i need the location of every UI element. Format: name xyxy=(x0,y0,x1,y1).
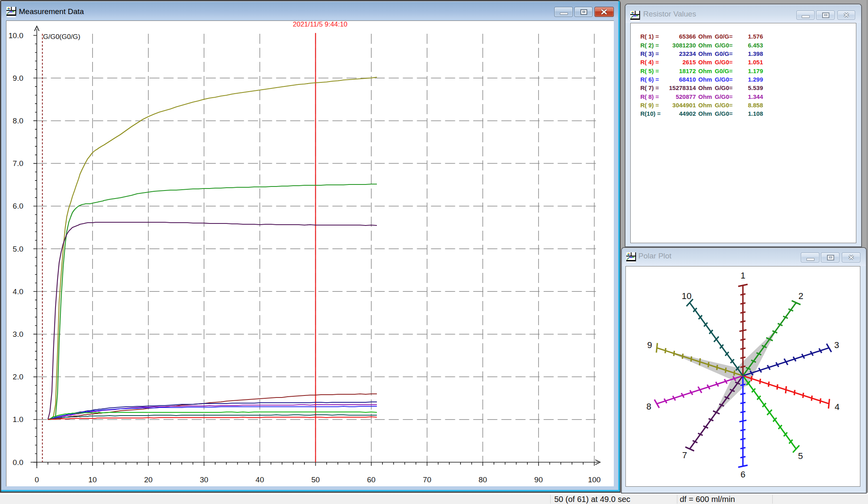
svg-text:6.453: 6.453 xyxy=(748,42,763,49)
svg-text:1.0: 1.0 xyxy=(13,415,23,424)
svg-text:1.299: 1.299 xyxy=(748,76,763,83)
svg-text:R(10) =: R(10) = xyxy=(640,110,661,117)
svg-text:1.051: 1.051 xyxy=(748,59,763,66)
svg-text:2021/11/5 9:44:10: 2021/11/5 9:44:10 xyxy=(293,21,348,28)
svg-text:10.0: 10.0 xyxy=(8,31,23,40)
svg-text:Ohm: Ohm xyxy=(698,102,712,109)
svg-text:2615: 2615 xyxy=(683,59,696,66)
svg-text:1.179: 1.179 xyxy=(748,68,763,74)
svg-text:Ohm: Ohm xyxy=(698,42,712,49)
svg-text:R( 4) =: R( 4) = xyxy=(640,59,659,66)
svg-text:Ohm: Ohm xyxy=(698,84,712,91)
svg-text:Ohm: Ohm xyxy=(698,50,712,57)
svg-text:Ohm: Ohm xyxy=(698,33,712,40)
svg-text:44902: 44902 xyxy=(679,110,696,117)
svg-text:70: 70 xyxy=(423,475,431,484)
svg-text:6.0: 6.0 xyxy=(13,202,23,210)
svg-text:G/G0=: G/G0= xyxy=(715,59,733,66)
svg-text:3081230: 3081230 xyxy=(673,42,696,49)
svg-text:10: 10 xyxy=(88,475,97,484)
svg-text:90: 90 xyxy=(534,475,543,484)
svg-text:Ohm: Ohm xyxy=(698,110,712,117)
svg-text:R( 2) =: R( 2) = xyxy=(640,42,659,49)
svg-text:G/G0=: G/G0= xyxy=(715,93,733,100)
svg-text:1.108: 1.108 xyxy=(748,110,763,117)
svg-text:100: 100 xyxy=(588,475,601,484)
svg-text:9: 9 xyxy=(647,340,652,350)
svg-text:Ohm: Ohm xyxy=(698,59,712,66)
svg-text:5.539: 5.539 xyxy=(748,84,763,91)
svg-text:8.858: 8.858 xyxy=(748,102,763,109)
svg-text:R( 8) =: R( 8) = xyxy=(640,93,659,100)
svg-text:65366: 65366 xyxy=(679,33,696,40)
svg-text:G/G0=: G/G0= xyxy=(715,84,733,91)
svg-text:1: 1 xyxy=(740,270,745,281)
svg-text:9.0: 9.0 xyxy=(13,74,23,82)
svg-text:0: 0 xyxy=(35,475,39,484)
svg-text:G0/G=: G0/G= xyxy=(715,33,733,40)
svg-text:2: 2 xyxy=(798,291,803,301)
svg-text:G/G0=: G/G0= xyxy=(715,42,733,49)
svg-text:23234: 23234 xyxy=(679,50,696,57)
svg-text:40: 40 xyxy=(255,475,264,484)
svg-text:8: 8 xyxy=(646,402,651,412)
svg-text:R( 5) =: R( 5) = xyxy=(640,68,659,74)
svg-text:520877: 520877 xyxy=(676,93,696,100)
svg-text:G/G0(G0/G): G/G0(G0/G) xyxy=(43,33,80,41)
svg-text:G/G0=: G/G0= xyxy=(715,102,733,109)
svg-text:15278314: 15278314 xyxy=(669,84,696,91)
svg-text:1.398: 1.398 xyxy=(748,50,763,57)
svg-text:R( 7) =: R( 7) = xyxy=(640,84,659,91)
svg-text:R( 6) =: R( 6) = xyxy=(640,76,659,83)
svg-text:50: 50 xyxy=(311,475,320,484)
svg-text:18172: 18172 xyxy=(679,68,696,74)
svg-text:7.0: 7.0 xyxy=(13,159,23,168)
svg-text:1.576: 1.576 xyxy=(748,33,763,40)
svg-text:G0/G=: G0/G= xyxy=(715,50,733,57)
svg-text:Ohm: Ohm xyxy=(698,76,712,83)
svg-text:3.0: 3.0 xyxy=(13,330,23,338)
svg-text:2.0: 2.0 xyxy=(13,373,23,381)
svg-text:G/G0=: G/G0= xyxy=(715,110,733,117)
svg-text:5.0: 5.0 xyxy=(13,245,23,253)
svg-text:30: 30 xyxy=(200,475,208,484)
svg-text:3044901: 3044901 xyxy=(673,102,696,109)
svg-text:68410: 68410 xyxy=(679,76,696,83)
svg-text:8.0: 8.0 xyxy=(13,117,23,125)
svg-text:4: 4 xyxy=(835,402,839,412)
svg-text:6: 6 xyxy=(740,469,745,479)
svg-text:3: 3 xyxy=(834,340,839,350)
svg-text:20: 20 xyxy=(144,475,152,484)
svg-text:10: 10 xyxy=(682,291,691,301)
svg-text:80: 80 xyxy=(479,475,487,484)
svg-text:G/G0=: G/G0= xyxy=(715,76,733,83)
svg-text:R( 3) =: R( 3) = xyxy=(640,50,659,57)
svg-text:Ohm: Ohm xyxy=(698,93,712,100)
svg-text:7: 7 xyxy=(682,450,687,460)
svg-text:1.344: 1.344 xyxy=(748,93,763,100)
svg-text:R( 9) =: R( 9) = xyxy=(640,102,659,109)
svg-text:0.0: 0.0 xyxy=(13,458,23,467)
svg-text:4.0: 4.0 xyxy=(13,287,23,296)
svg-text:5: 5 xyxy=(798,451,803,461)
svg-text:R( 1) =: R( 1) = xyxy=(640,33,659,40)
svg-text:Ohm: Ohm xyxy=(698,68,712,74)
svg-text:60: 60 xyxy=(367,475,376,484)
svg-text:G0/G=: G0/G= xyxy=(715,68,733,74)
